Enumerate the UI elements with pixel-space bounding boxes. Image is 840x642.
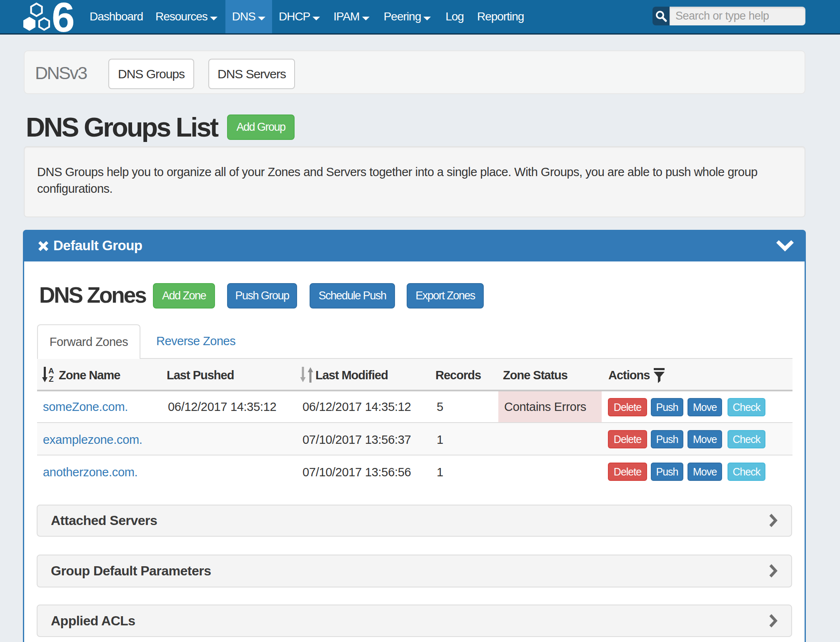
svg-text:A: A — [48, 366, 54, 375]
svg-text:Z: Z — [49, 375, 54, 383]
svg-text:6: 6 — [52, 0, 75, 32]
